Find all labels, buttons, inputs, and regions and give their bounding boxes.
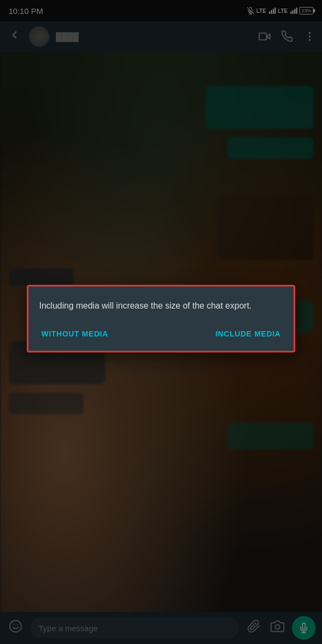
export-chat-dialog: Including media will increase the size o… bbox=[27, 285, 295, 353]
dialog-buttons: WITHOUT MEDIA INCLUDE MEDIA bbox=[39, 325, 283, 342]
include-media-button[interactable]: INCLUDE MEDIA bbox=[213, 325, 283, 342]
without-media-button[interactable]: WITHOUT MEDIA bbox=[39, 325, 111, 342]
dialog-message: Including media will increase the size o… bbox=[39, 299, 283, 312]
